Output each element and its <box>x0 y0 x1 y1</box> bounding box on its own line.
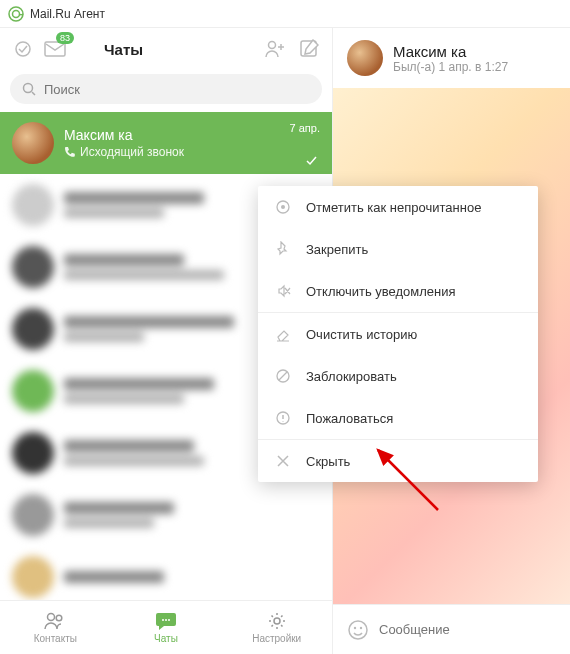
star-icon <box>274 198 292 216</box>
chat-date: 7 апр. <box>290 122 320 134</box>
chat-item-blurred[interactable] <box>0 484 332 546</box>
menu-mark-unread[interactable]: Отметить как непрочитанное <box>258 186 538 228</box>
conversation-header: Максим ка Был(-а) 1 апр. в 1:27 <box>333 28 570 88</box>
menu-mute[interactable]: Отключить уведомления <box>258 270 538 312</box>
block-icon <box>274 367 292 385</box>
menu-clear-history[interactable]: Очистить историю <box>258 313 538 355</box>
menu-label: Отключить уведомления <box>306 284 456 299</box>
compose-icon[interactable] <box>298 38 320 60</box>
conversation-status: Был(-а) 1 апр. в 1:27 <box>393 60 508 74</box>
menu-pin[interactable]: Закрепить <box>258 228 538 270</box>
menu-label: Пожаловаться <box>306 411 393 426</box>
chat-name: Максим ка <box>64 127 320 143</box>
menu-block[interactable]: Заблокировать <box>258 355 538 397</box>
svg-point-4 <box>269 42 276 49</box>
avatar <box>12 494 54 536</box>
menu-label: Отметить как непрочитанное <box>306 200 481 215</box>
app-logo-icon <box>8 6 24 22</box>
search-input[interactable] <box>44 82 310 97</box>
chat-subtitle: Исходящий звонок <box>64 145 320 159</box>
svg-point-17 <box>281 205 285 209</box>
chat-item-selected[interactable]: Максим ка Исходящий звонок 7 апр. <box>0 112 332 174</box>
message-input[interactable] <box>379 622 556 637</box>
menu-report[interactable]: Пожаловаться <box>258 397 538 439</box>
bottom-tabs: Контакты Чаты Настройки <box>0 600 332 654</box>
conversation-name: Максим ка <box>393 43 508 60</box>
menu-label: Очистить историю <box>306 327 417 342</box>
status-icon[interactable] <box>12 38 34 60</box>
mute-icon <box>274 282 292 300</box>
search-icon <box>22 82 36 96</box>
svg-rect-3 <box>45 42 65 56</box>
svg-point-9 <box>162 619 164 621</box>
tab-label: Настройки <box>252 633 301 644</box>
svg-point-10 <box>165 619 167 621</box>
svg-point-2 <box>16 42 30 56</box>
avatar[interactable] <box>347 40 383 76</box>
chats-icon <box>155 611 177 631</box>
svg-point-15 <box>360 626 362 628</box>
menu-label: Скрыть <box>306 454 350 469</box>
tab-chats[interactable]: Чаты <box>111 601 222 654</box>
svg-point-12 <box>274 618 280 624</box>
phone-icon <box>64 146 76 158</box>
app-title: Mail.Ru Агент <box>30 7 105 21</box>
menu-label: Закрепить <box>306 242 368 257</box>
unread-badge: 83 <box>56 32 74 44</box>
menu-hide[interactable]: Скрыть <box>258 440 538 482</box>
close-icon <box>274 452 292 470</box>
eraser-icon <box>274 325 292 343</box>
menu-label: Заблокировать <box>306 369 397 384</box>
avatar <box>12 122 54 164</box>
svg-point-13 <box>349 621 367 639</box>
context-menu: Отметить как непрочитанное Закрепить Отк… <box>258 186 538 482</box>
svg-point-8 <box>57 615 63 621</box>
svg-point-6 <box>24 84 33 93</box>
tab-label: Чаты <box>154 633 178 644</box>
avatar <box>12 308 54 350</box>
report-icon <box>274 409 292 427</box>
avatar <box>12 556 54 598</box>
pin-icon <box>274 240 292 258</box>
left-header: 83 Чаты <box>0 28 332 68</box>
svg-point-11 <box>168 619 170 621</box>
tab-settings[interactable]: Настройки <box>221 601 332 654</box>
avatar <box>12 370 54 412</box>
mail-icon[interactable]: 83 <box>44 38 66 60</box>
svg-point-14 <box>354 626 356 628</box>
panel-title: Чаты <box>104 41 143 58</box>
chat-item-blurred[interactable] <box>0 546 332 600</box>
message-input-bar <box>333 604 570 654</box>
avatar <box>12 432 54 474</box>
search-box[interactable] <box>10 74 322 104</box>
emoji-icon[interactable] <box>347 619 369 641</box>
tab-label: Контакты <box>34 633 77 644</box>
svg-point-1 <box>13 10 20 17</box>
check-icon <box>306 156 320 166</box>
titlebar: Mail.Ru Агент <box>0 0 570 28</box>
avatar <box>12 246 54 288</box>
svg-point-7 <box>48 614 55 621</box>
add-contact-icon[interactable] <box>264 38 286 60</box>
settings-icon <box>267 611 287 631</box>
tab-contacts[interactable]: Контакты <box>0 601 111 654</box>
contacts-icon <box>43 611 67 631</box>
avatar <box>12 184 54 226</box>
